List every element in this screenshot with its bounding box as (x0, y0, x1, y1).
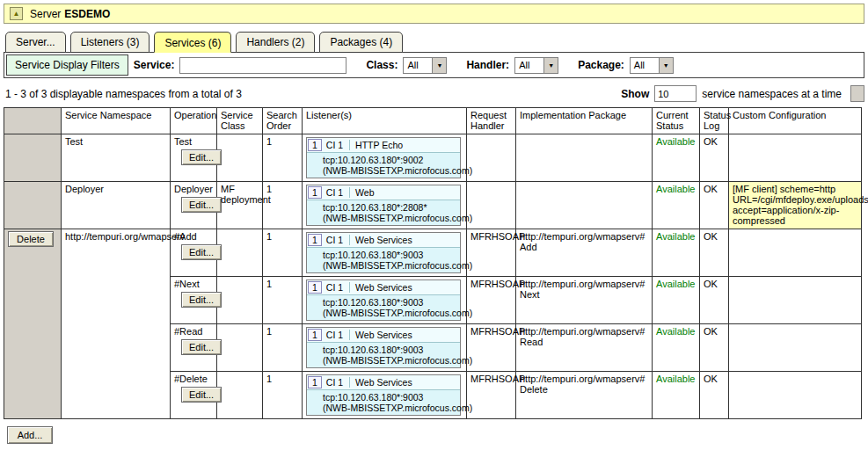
status-badge: Available (656, 326, 695, 337)
show-label: Show (621, 88, 649, 100)
pagination-summary: 1 - 3 of 3 displayable namespaces from a… (5, 88, 242, 100)
collapse-triangle-icon[interactable]: ▲ (10, 7, 23, 20)
search-order-cell: 1 (263, 229, 303, 277)
custom-configuration-cell: [MF client] scheme=http URL=/cgi/mfdeplo… (729, 182, 862, 229)
status-log-cell: OK (700, 277, 729, 324)
edge-button[interactable] (850, 85, 864, 102)
operation-name: #Next (174, 279, 213, 289)
show-suffix-label: service namespaces at a time (702, 88, 842, 100)
chevron-down-icon: ▼ (659, 58, 673, 73)
listener-number-badge: 1 (308, 139, 322, 151)
operation-cell: DeployerEdit... (171, 182, 217, 229)
listener-cell: 1CI 1Web Servicestcp:10.120.63.180*:9003… (303, 229, 467, 277)
listener-header-row: 1CI 1Web Services (307, 233, 460, 248)
server-label: Server (30, 8, 61, 20)
status-log-cell: OK (700, 372, 729, 419)
delete-button[interactable]: Delete (8, 231, 54, 247)
search-order-cell: 1 (263, 182, 303, 229)
listener-number-badge: 1 (308, 234, 322, 246)
status-log-cell: OK (700, 134, 729, 182)
filter-title: Service Display Filters (6, 54, 128, 76)
column-header: Implementation Package (516, 108, 653, 134)
status-badge: Available (656, 136, 695, 147)
request-handler-cell: MFRHSOAP (467, 324, 516, 372)
server-header-bar: ▲ Server ESDEMO (4, 4, 864, 24)
edit-button[interactable]: Edit... (181, 244, 222, 260)
operation-cell: #ReadEdit... (171, 324, 217, 372)
service-namespace: http://tempuri.org/wmapserv (65, 231, 185, 242)
filter-bar: Service Display Filters Service: Class: … (4, 52, 864, 78)
request-handler-cell (467, 134, 516, 182)
implementation-package-cell (516, 134, 653, 182)
listener-connector: CI 1 (325, 282, 350, 293)
edit-button[interactable]: Edit... (181, 149, 222, 165)
current-status-cell: Available (653, 277, 700, 324)
service-namespace-cell: Test (62, 134, 171, 182)
listener-address: tcp:10.120.63.180*:9003 (307, 295, 460, 308)
listener-name: Web Services (350, 330, 418, 340)
service-class-cell (217, 277, 263, 324)
implementation-package-cell (516, 182, 653, 229)
edit-button[interactable]: Edit... (181, 387, 222, 403)
custom-configuration-cell (729, 372, 862, 419)
listener-address: tcp:10.120.63.180*:9003 (307, 248, 460, 260)
chevron-down-icon: ▼ (432, 58, 446, 73)
package-filter-label: Package: (578, 59, 624, 71)
status-badge: Available (656, 279, 695, 289)
listener-cell: 1CI 1Web Servicestcp:10.120.63.180*:9003… (303, 324, 467, 372)
request-handler-cell: MFRHSOAP (467, 277, 516, 324)
listener-number-badge: 1 (308, 329, 322, 341)
listener-host: (NWB-MBISSETXP.microfocus.com) (307, 165, 460, 178)
listener-address: tcp:10.120.63.180*:9002 (307, 153, 460, 165)
edit-button[interactable]: Edit... (181, 339, 222, 355)
edit-button[interactable]: Edit... (181, 197, 222, 213)
package-select[interactable]: All ▼ (630, 57, 674, 74)
listener-header-row: 1CI 1Web Services (307, 280, 460, 295)
handler-select[interactable]: All ▼ (514, 57, 558, 74)
edit-button[interactable]: Edit... (181, 292, 222, 308)
tab-packages-4[interactable]: Packages (4) (319, 32, 403, 53)
status-log-cell: OK (700, 324, 729, 372)
show-count-input[interactable] (654, 85, 697, 102)
column-header (4, 108, 62, 134)
listener-host: (NWB-MBISSETXP.microfocus.com) (307, 260, 460, 272)
listener-box: 1CI 1HTTP Echotcp:10.120.63.180*:9002(NW… (306, 137, 461, 178)
custom-configuration-cell (729, 277, 862, 324)
add-button[interactable]: Add... (7, 426, 53, 444)
tab-handlers-2[interactable]: Handlers (2) (236, 32, 315, 53)
request-handler-cell: MFRHSOAP (467, 372, 516, 419)
listener-connector: CI 1 (325, 330, 350, 340)
service-class-cell (217, 324, 263, 372)
tab-server[interactable]: Server... (5, 32, 66, 53)
implementation-package-cell: http://tempuri.org/wmapserv#Add (516, 229, 653, 277)
column-header: Search Order (263, 108, 303, 134)
handler-filter-label: Handler: (466, 59, 509, 71)
service-row: DeployerDeployerEdit...MF deployment11CI… (4, 182, 862, 229)
operation-name: Test (174, 136, 213, 147)
listener-box: 1CI 1Web Servicestcp:10.120.63.180*:9003… (306, 374, 461, 416)
pagination-bar: 1 - 3 of 3 displayable namespaces from a… (5, 85, 864, 102)
tab-bar: Server...Listeners (3)Services (6)Handle… (5, 32, 864, 53)
status-badge: Available (656, 374, 695, 384)
tab-listeners-3[interactable]: Listeners (3) (70, 32, 150, 53)
operation-name: #Add (174, 231, 213, 242)
class-select[interactable]: All ▼ (403, 57, 447, 74)
listener-header-row: 1CI 1Web Services (307, 328, 460, 343)
server-name: ESDEMO (64, 8, 110, 20)
chevron-down-icon: ▼ (543, 58, 558, 73)
request-handler-cell: MFRHSOAP (467, 229, 516, 277)
operation-name: #Delete (174, 374, 213, 384)
custom-configuration-cell (729, 324, 862, 372)
service-namespace: Deployer (65, 184, 104, 194)
operation-cell: #AddEdit... (171, 229, 217, 277)
custom-configuration-cell (729, 134, 862, 182)
listener-name: Web (350, 187, 379, 198)
tab-services-6[interactable]: Services (6) (154, 32, 231, 53)
listener-cell: 1CI 1HTTP Echotcp:10.120.63.180*:9002(NW… (303, 134, 467, 182)
listener-address: tcp:10.120.63.180*:9003 (307, 390, 460, 403)
service-filter-input[interactable] (179, 57, 346, 74)
listener-address: tcp:10.120.63.180*:9003 (307, 343, 460, 355)
current-status-cell: Available (653, 324, 700, 372)
listener-number-badge: 1 (308, 376, 322, 388)
listener-header-row: 1CI 1Web (307, 185, 460, 200)
